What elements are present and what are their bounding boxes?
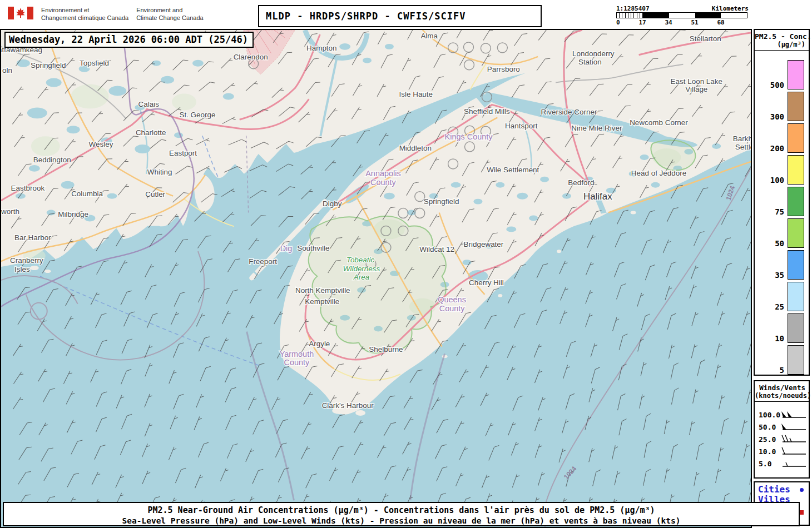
wind-legend-row: 100.0: [755, 409, 809, 421]
cities-legend: Cities Villes: [758, 485, 805, 504]
map-label: Annapolis: [365, 169, 400, 178]
valid-time-box: Wednesday, 22 April 2026 06:00 ADT (25/4…: [4, 32, 254, 48]
map-label: Kings County: [445, 132, 493, 141]
scale-unit-label: Kilometers: [712, 5, 749, 12]
map-label: North Kemptville: [295, 286, 350, 295]
pm25-threshold-label: 300: [770, 112, 784, 121]
eccc-name-english: Environment and Climate Change Canada: [136, 7, 203, 22]
map-label: Springfield: [31, 61, 66, 69]
map-label: Wile Settlement: [487, 166, 539, 174]
pm25-threshold-label: 50: [775, 239, 784, 248]
map-label: St. George: [179, 111, 215, 119]
wind-barb-icon: [780, 446, 806, 457]
hotspot-square-icon: [799, 510, 804, 515]
caption-line2: Sea-Level Pressure (hPa) and Low-Level W…: [4, 516, 799, 525]
wind-barb-icon: [780, 434, 806, 445]
pm25-legend-row: 35: [755, 248, 809, 280]
pm25-color-swatch: [788, 250, 804, 280]
scalebar-tick: 34: [665, 19, 672, 26]
pm25-legend-row: 25: [755, 280, 809, 311]
pm25-legend-rows: 50030020010075503525105: [755, 58, 809, 375]
pm25-color-swatch: [788, 313, 804, 343]
map-label: Alma: [420, 32, 438, 40]
map-label: Eastbrook: [11, 184, 45, 192]
pm25-threshold-label: 25: [775, 302, 784, 311]
pm25-threshold-label: 200: [770, 144, 784, 153]
map-label: Calais: [138, 100, 160, 108]
forecast-map-page: Environnement et Changement climatique C…: [0, 0, 812, 528]
map-label: worth: [1, 207, 19, 216]
map-label: Whiting: [147, 168, 172, 176]
pm25-legend-row: 10: [755, 311, 809, 343]
map-label: East Loon Lake: [671, 77, 722, 86]
map-label: County: [370, 178, 397, 187]
pm25-legend-row: 5: [755, 343, 809, 375]
wind-speed-label: 5.0: [759, 460, 780, 468]
map-label: Clark's Harbour: [322, 401, 374, 410]
city-dot-icon: [800, 488, 804, 492]
map-label: Topsfield: [80, 59, 109, 67]
scalebar-tick: 51: [691, 19, 698, 26]
map-label: Dig: [280, 244, 293, 253]
caption-box: PM2.5 Near-Ground Air Concentrations (µg…: [3, 502, 800, 526]
divider: [755, 401, 809, 402]
winds-legend-title: Winds/Vents: [755, 381, 809, 392]
map-graphic: attawamkeagSpringfieldTopsfieldolnClaren…: [1, 30, 751, 527]
pm25-color-swatch: [788, 92, 804, 121]
winds-legend: Winds/Vents (knots/noeuds) 100.050.025.0…: [754, 380, 810, 479]
map-label: Stellarton: [690, 34, 721, 43]
map-label: Sheffield Mills: [464, 107, 510, 116]
pm25-color-swatch: [788, 187, 804, 216]
map-label: Eastport: [169, 149, 197, 157]
wind-speed-label: 50.0: [759, 423, 780, 431]
map-label: Wildcat 12: [419, 245, 454, 253]
pm25-threshold-label: 35: [775, 271, 784, 280]
scalebar-bar: [616, 12, 747, 18]
pm25-legend-row: 75: [755, 185, 809, 216]
map-label: Parrsboro: [487, 65, 520, 73]
map-label: Shelburne: [369, 345, 403, 353]
map-label: Hantsport: [505, 122, 538, 130]
map-label: Station: [578, 58, 602, 66]
map-label: Beddington: [33, 156, 71, 164]
map-label: Londonderry: [572, 49, 615, 58]
pm25-color-swatch: [788, 60, 804, 89]
pm25-legend-row: 500: [755, 58, 809, 89]
eccc-logo: Environnement et Changement climatique C…: [8, 7, 204, 22]
map-label: Charlotte: [136, 128, 166, 137]
map-label: Hampton: [306, 44, 337, 52]
wind-speed-label: 25.0: [759, 435, 780, 444]
scalebar-tick: 17: [638, 19, 646, 26]
wind-speed-label: 10.0: [759, 447, 780, 456]
map-label: Middleton: [399, 144, 432, 152]
pm25-color-swatch: [788, 282, 804, 311]
map-label: Digby: [323, 200, 342, 208]
pm25-threshold-label: 75: [775, 207, 784, 216]
caption-line1: PM2.5 Near-Ground Air Concentrations (µg…: [4, 505, 799, 515]
pm25-legend: PM2.5 - Conc. (µg/m³) 500300200100755035…: [754, 29, 810, 376]
scalebar-tick: 0: [616, 19, 620, 26]
map-label: Kemptville: [305, 297, 339, 306]
map-label: Cherry Hill: [469, 278, 504, 287]
pm25-threshold-label: 100: [770, 176, 784, 185]
wind-legend-row: 25.0: [755, 433, 809, 445]
pm25-color-swatch: [788, 155, 804, 185]
map-label: Settlement: [735, 143, 751, 151]
wind-speed-label: 100.0: [759, 411, 780, 419]
divider: [755, 50, 809, 51]
pm25-color-swatch: [788, 218, 804, 248]
map-label: Clarendon: [234, 53, 268, 61]
map-label: Freeport: [249, 257, 277, 266]
product-title-box: MLDP - HRDPS/SHRPD - CWFIS/SCIFV: [258, 5, 542, 27]
map-label: Bridgewater: [464, 240, 504, 248]
product-title: MLDP - HRDPS/SHRPD - CWFIS/SCIFV: [259, 11, 466, 22]
scalebar-tick: 68: [717, 19, 724, 26]
valid-time-text: Wednesday, 22 April 2026 06:00 ADT (25/4…: [9, 34, 248, 45]
map-label: Bedford: [568, 178, 594, 187]
map-label: Wilderness: [343, 265, 380, 273]
map-label: Village: [685, 86, 707, 94]
map-label: Bar Harbor: [14, 233, 51, 242]
map-label: Southville: [297, 244, 329, 252]
map-label: Barkhouse: [733, 135, 751, 143]
pm25-threshold-label: 10: [775, 334, 784, 343]
